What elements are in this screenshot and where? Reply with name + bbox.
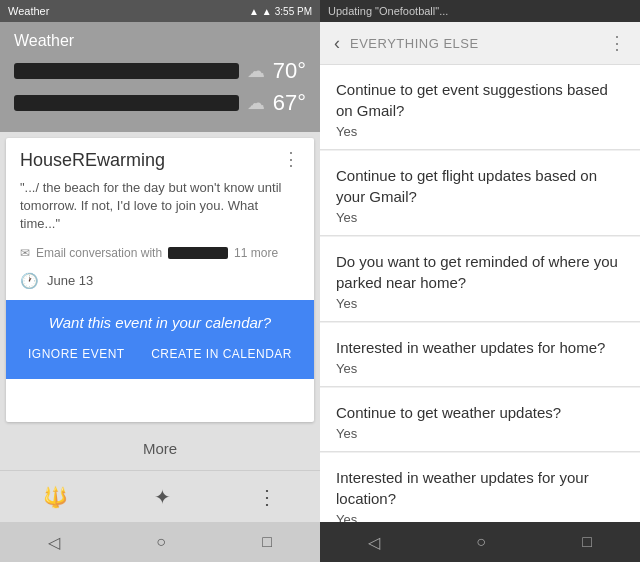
setting-item-4[interactable]: Continue to get weather updates?Yes [320, 388, 640, 452]
setting-value-0: Yes [336, 124, 624, 139]
home-button[interactable]: ○ [156, 533, 166, 551]
setting-item-1[interactable]: Continue to get flight updates based on … [320, 151, 640, 236]
status-wifi-icon: ▲ [262, 6, 272, 17]
setting-question-1: Continue to get flight updates based on … [336, 165, 624, 207]
right-recents-button[interactable]: □ [582, 533, 592, 551]
left-panel: Weather ▲ ▲ 3:55 PM Weather ☁ 70° ☁ 67° … [0, 0, 320, 562]
weather-row-1: ☁ 70° [14, 58, 306, 84]
right-home-button[interactable]: ○ [476, 533, 486, 551]
left-bottom-nav: 🔱 ✦ ⋮ [0, 470, 320, 522]
setting-item-0[interactable]: Continue to get event suggestions based … [320, 65, 640, 150]
cloud-icon-2: ☁ [247, 92, 265, 114]
setting-value-1: Yes [336, 210, 624, 225]
weather-row-2: ☁ 67° [14, 90, 306, 116]
right-back-button[interactable]: ◁ [368, 533, 380, 552]
event-cta: Want this event in your calendar? IGNORE… [6, 300, 314, 379]
weather-title: Weather [14, 32, 306, 50]
cta-question: Want this event in your calendar? [20, 314, 300, 331]
cloud-icon-1: ☁ [247, 60, 265, 82]
more-section[interactable]: More [0, 428, 320, 470]
email-redacted [168, 247, 228, 259]
event-excerpt: ".../ the beach for the day but won't kn… [6, 175, 314, 242]
event-date: June 13 [47, 273, 93, 288]
recents-button[interactable]: □ [262, 533, 272, 551]
event-card: HouseREwarming ⋮ ".../ the beach for the… [6, 138, 314, 422]
event-email-row: ✉ Email conversation with 11 more [6, 242, 314, 264]
setting-question-2: Do you want to get reminded of where you… [336, 251, 624, 293]
setting-value-3: Yes [336, 361, 624, 376]
setting-question-0: Continue to get event suggestions based … [336, 79, 624, 121]
overflow-menu-icon[interactable]: ⋮ [257, 485, 277, 509]
setting-question-3: Interested in weather updates for home? [336, 337, 624, 358]
magic-wand-icon[interactable]: ✦ [154, 485, 171, 509]
cta-buttons: IGNORE EVENT CREATE IN CALENDAR [20, 343, 300, 365]
weather-card: Weather ☁ 70° ☁ 67° [0, 22, 320, 132]
email-more: 11 more [234, 246, 278, 260]
left-android-nav: ◁ ○ □ [0, 522, 320, 562]
event-menu-dots[interactable]: ⋮ [282, 150, 300, 168]
back-button[interactable]: ◁ [48, 533, 60, 552]
section-title: EVERYTHING ELSE [350, 36, 608, 51]
more-text: More [143, 440, 177, 457]
email-label: Email conversation with [36, 246, 162, 260]
event-date-row: 🕐 June 13 [6, 264, 314, 300]
right-header: ‹ EVERYTHING ELSE ⋮ [320, 22, 640, 65]
event-card-header: HouseREwarming ⋮ [6, 138, 314, 175]
event-title: HouseREwarming [20, 150, 165, 171]
status-icons: ▲ ▲ 3:55 PM [249, 6, 312, 17]
ignore-event-button[interactable]: IGNORE EVENT [20, 343, 133, 365]
right-status-bar: Updating "Onefootball"... [320, 0, 640, 22]
setting-question-5: Interested in weather updates for your l… [336, 467, 624, 509]
updating-text: Updating "Onefootball"... [328, 5, 632, 17]
clock-icon: 🕐 [20, 272, 39, 290]
app-title: Weather [8, 5, 49, 17]
right-panel: Updating "Onefootball"... ‹ EVERYTHING E… [320, 0, 640, 562]
setting-value-2: Yes [336, 296, 624, 311]
left-status-bar: Weather ▲ ▲ 3:55 PM [0, 0, 320, 22]
right-menu-dots-icon[interactable]: ⋮ [608, 32, 626, 54]
setting-item-5[interactable]: Interested in weather updates for your l… [320, 453, 640, 522]
create-in-calendar-button[interactable]: CREATE IN CALENDAR [143, 343, 300, 365]
setting-item-2[interactable]: Do you want to get reminded of where you… [320, 237, 640, 322]
setting-item-3[interactable]: Interested in weather updates for home?Y… [320, 323, 640, 387]
status-signal-icon: ▲ [249, 6, 259, 17]
status-time: 3:55 PM [275, 6, 312, 17]
envelope-icon: ✉ [20, 246, 30, 260]
weather-temp-2: 67° [273, 90, 306, 116]
setting-question-4: Continue to get weather updates? [336, 402, 624, 423]
settings-list: Continue to get event suggestions based … [320, 65, 640, 522]
setting-value-5: Yes [336, 512, 624, 522]
right-android-nav: ◁ ○ □ [320, 522, 640, 562]
weather-location-redacted [14, 63, 239, 79]
weather-temp-1: 70° [273, 58, 306, 84]
google-now-icon[interactable]: 🔱 [43, 485, 68, 509]
setting-value-4: Yes [336, 426, 624, 441]
weather-location-redacted-2 [14, 95, 239, 111]
back-arrow-icon[interactable]: ‹ [334, 33, 340, 54]
